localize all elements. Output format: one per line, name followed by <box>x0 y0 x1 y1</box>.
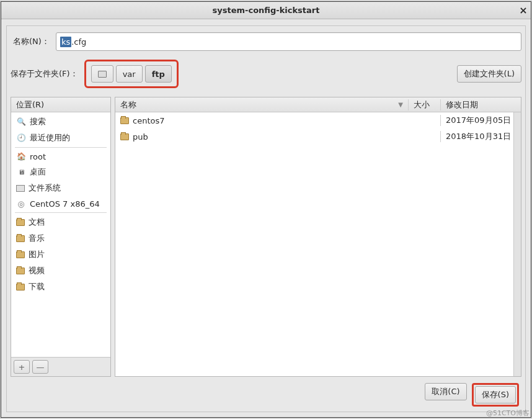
sort-indicator-icon: ▼ <box>398 101 403 108</box>
action-row: 取消(C) 保存(S) <box>11 383 521 407</box>
sidebar-item-disc[interactable]: CentOS 7 x86_64 <box>11 196 110 211</box>
column-header-size[interactable]: 大小 <box>408 99 440 110</box>
sidebar-item-label: root <box>30 152 46 161</box>
places-list: 搜索最近使用的root桌面文件系统CentOS 7 x86_64文档音乐图片视频… <box>11 112 110 357</box>
sidebar-item-folder[interactable]: 音乐 <box>11 230 110 246</box>
places-sidebar: 位置(R) 搜索最近使用的root桌面文件系统CentOS 7 x86_64文档… <box>11 97 111 377</box>
table-row[interactable]: pub2018年10月31日 <box>115 128 521 145</box>
file-rows: centos72017年09月05日pub2018年10月31日 <box>115 112 521 376</box>
sidebar-item-label: 图片 <box>29 249 45 260</box>
sidebar-item-label: 桌面 <box>30 166 46 178</box>
fs-icon <box>16 185 25 192</box>
folder-label: 保存于文件夹(F)： <box>11 68 78 79</box>
breadcrumb-root[interactable] <box>91 65 113 83</box>
save-highlight: 保存(S) <box>472 383 519 407</box>
sidebar-item-label: 文件系统 <box>29 182 61 194</box>
sidebar-item-folder[interactable]: 文档 <box>11 214 110 230</box>
table-row[interactable]: centos72017年09月05日 <box>115 112 521 128</box>
create-folder-button[interactable]: 创建文件夹(L) <box>457 65 521 83</box>
recent-icon <box>16 133 26 143</box>
sidebar-item-label: 音乐 <box>29 233 45 244</box>
filename-label: 名称(N)： <box>13 36 50 47</box>
sidebar-item-home[interactable]: root <box>11 149 110 164</box>
dialog-body: 名称(N)： ks.cfg 保存于文件夹(F)： var ftp 创建文件夹(L… <box>6 25 526 412</box>
sidebar-item-fs[interactable]: 文件系统 <box>11 180 110 196</box>
sidebar-item-recent[interactable]: 最近使用的 <box>11 130 110 146</box>
window-title: system-config-kickstart <box>16 6 516 15</box>
folder-icon <box>16 219 25 226</box>
folder-icon <box>16 268 25 274</box>
watermark: @51CTO博客 <box>486 408 530 418</box>
column-header-date[interactable]: 修改日期 <box>440 99 521 110</box>
sidebar-item-folder[interactable]: 图片 <box>11 246 110 263</box>
home-icon <box>16 151 26 161</box>
sidebar-item-folder[interactable]: 视频 <box>11 263 110 279</box>
breadcrumb-ftp[interactable]: ftp <box>145 65 172 83</box>
breadcrumb: var ftp <box>84 60 179 88</box>
folder-row: 保存于文件夹(F)： var ftp 创建文件夹(L) <box>11 60 521 88</box>
filename-rest: .cfg <box>71 37 86 47</box>
filename-input[interactable]: ks.cfg <box>56 32 521 51</box>
breadcrumb-var[interactable]: var <box>116 65 143 83</box>
vertical-scrollbar[interactable] <box>513 112 521 376</box>
save-button[interactable]: 保存(S) <box>475 386 516 403</box>
places-add-button[interactable]: + <box>14 360 30 374</box>
file-list: 名称 ▼ 大小 修改日期 centos72017年09月05日pub2018年1… <box>115 97 521 377</box>
body-row: 位置(R) 搜索最近使用的root桌面文件系统CentOS 7 x86_64文档… <box>11 97 521 377</box>
titlebar: system-config-kickstart × <box>1 2 531 19</box>
sidebar-item-label: 视频 <box>29 265 45 276</box>
folder-icon <box>16 235 25 242</box>
places-remove-button[interactable]: — <box>32 360 48 374</box>
sidebar-item-label: 最近使用的 <box>30 132 70 143</box>
sidebar-item-desktop[interactable]: 桌面 <box>11 164 110 180</box>
close-icon[interactable]: × <box>516 4 531 16</box>
search-icon <box>16 117 26 127</box>
sidebar-item-label: 下载 <box>29 281 45 292</box>
dialog-window: system-config-kickstart × 名称(N)： ks.cfg … <box>1 1 531 418</box>
sidebar-item-folder[interactable]: 下载 <box>11 279 110 295</box>
folder-icon <box>120 117 129 124</box>
desktop-icon <box>16 167 26 177</box>
disc-icon <box>16 199 26 209</box>
cancel-button[interactable]: 取消(C) <box>425 383 466 400</box>
sidebar-item-label: 搜索 <box>30 116 46 127</box>
places-header[interactable]: 位置(R) <box>11 97 110 112</box>
folder-icon <box>16 251 25 258</box>
filename-selection: ks <box>60 37 71 47</box>
sidebar-item-label: 文档 <box>29 217 45 228</box>
filename-row: 名称(N)： ks.cfg <box>11 32 521 51</box>
sidebar-item-search[interactable]: 搜索 <box>11 114 110 130</box>
column-header-name[interactable]: 名称 ▼ <box>115 99 408 110</box>
hdd-icon <box>98 71 107 78</box>
folder-icon <box>16 284 25 291</box>
folder-icon <box>120 133 129 140</box>
places-toolbar: + — <box>11 357 110 376</box>
file-list-header: 名称 ▼ 大小 修改日期 <box>115 97 521 112</box>
sidebar-item-label: CentOS 7 x86_64 <box>30 199 100 209</box>
